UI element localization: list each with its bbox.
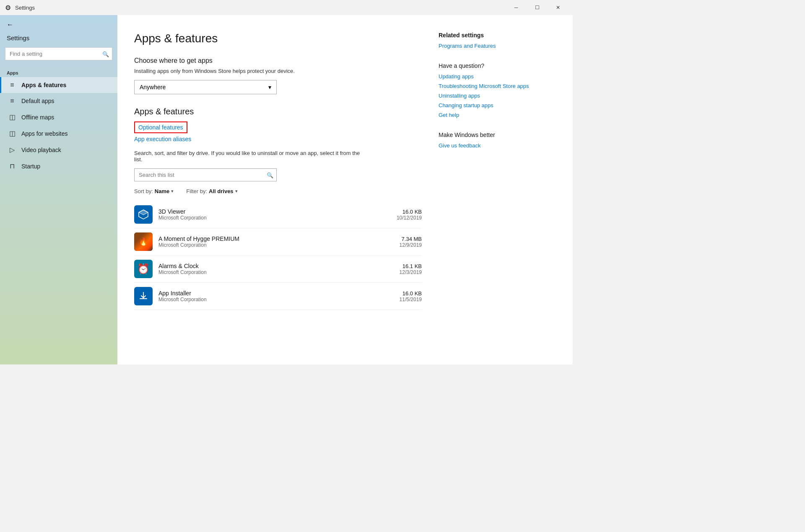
startup-icon: ⊓: [8, 162, 16, 170]
sidebar-item-offline-maps[interactable]: ◫ Offline maps: [0, 109, 117, 125]
app-search-box: 🔍: [134, 168, 277, 181]
sidebar-item-apps-websites[interactable]: ◫ Apps for websites: [0, 125, 117, 142]
sidebar-item-label: Apps & features: [21, 82, 66, 88]
sidebar-item-default-apps[interactable]: ≡ Default apps: [0, 93, 117, 109]
right-panel: Related settings Programs and Features H…: [439, 32, 556, 348]
close-button[interactable]: ✕: [548, 2, 568, 13]
app-date: 10/12/2019: [397, 215, 422, 221]
app-icon-small: ⚙: [5, 4, 11, 12]
have-question-title: Have a question?: [439, 62, 556, 69]
default-apps-icon: ≡: [8, 97, 16, 105]
app-size: 7.34 MB: [400, 236, 422, 242]
apps-source-dropdown[interactable]: Anywhere ▾: [134, 80, 277, 94]
related-settings-section: Related settings Programs and Features: [439, 32, 556, 49]
sort-label: Sort by:: [134, 188, 153, 194]
list-item[interactable]: 🔥 A Moment of Hygge PREMIUM Microsoft Co…: [134, 228, 422, 256]
content-area: Apps & features Choose where to get apps…: [134, 32, 422, 348]
related-settings-title: Related settings: [439, 32, 556, 39]
troubleshooting-link[interactable]: Troubleshooting Microsoft Store apps: [439, 83, 556, 89]
list-item[interactable]: 3D Viewer Microsoft Corporation 16.0 KB …: [134, 201, 422, 228]
app-date: 11/5/2019: [400, 297, 422, 302]
filter-by-control[interactable]: Filter by: All drives ▾: [186, 188, 237, 194]
title-bar-left: ⚙ Settings: [5, 4, 35, 12]
app-size: 16.0 KB: [397, 209, 422, 215]
make-better-title: Make Windows better: [439, 132, 556, 138]
dropdown-chevron-icon: ▾: [268, 84, 271, 90]
dropdown-value: Anywhere: [140, 84, 166, 90]
maximize-button[interactable]: ☐: [527, 2, 547, 13]
uninstalling-link[interactable]: Uninstalling apps: [439, 93, 556, 99]
title-bar: ⚙ Settings ─ ☐ ✕: [0, 0, 573, 15]
sort-value: Name: [155, 188, 169, 194]
sidebar-item-label: Startup: [21, 163, 40, 170]
changing-startup-link[interactable]: Changing startup apps: [439, 102, 556, 108]
app-details: App Installer Microsoft Corporation: [158, 290, 394, 302]
filter-label: Filter by:: [186, 188, 207, 194]
dropdown-container: Anywhere ▾: [134, 80, 422, 94]
page-title: Apps & features: [134, 32, 422, 45]
optional-features-link[interactable]: Optional features: [134, 121, 187, 133]
apps-websites-icon: ◫: [8, 129, 16, 137]
apps-section-title: Apps & features: [134, 107, 422, 116]
sort-chevron-icon: ▾: [171, 189, 174, 194]
app-name: Alarms & Clock: [158, 263, 394, 269]
app-search-icon: 🔍: [267, 172, 273, 178]
title-bar-title: Settings: [15, 5, 35, 11]
title-bar-controls: ─ ☐ ✕: [506, 2, 568, 13]
app-publisher: Microsoft Corporation: [158, 215, 391, 221]
have-question-section: Have a question? Updating apps Troublesh…: [439, 62, 556, 118]
app-name: A Moment of Hygge PREMIUM: [158, 235, 394, 242]
svg-marker-1: [139, 210, 148, 215]
app-publisher: Microsoft Corporation: [158, 297, 394, 302]
app-name: 3D Viewer: [158, 208, 391, 215]
sidebar-item-label: Video playback: [21, 147, 61, 153]
give-feedback-link[interactable]: Give us feedback: [439, 142, 556, 149]
app-execution-link[interactable]: App execution aliases: [134, 136, 422, 142]
sidebar-item-startup[interactable]: ⊓ Startup: [0, 158, 117, 174]
app-icon-installer: [134, 287, 153, 305]
updating-apps-link[interactable]: Updating apps: [439, 73, 556, 80]
sidebar-item-video-playback[interactable]: ▷ Video playback: [0, 142, 117, 158]
app-meta: 16.0 KB 10/12/2019: [397, 209, 422, 221]
sort-by-control[interactable]: Sort by: Name ▾: [134, 188, 174, 194]
app-size: 16.1 KB: [400, 263, 422, 269]
filter-value: All drives: [209, 188, 234, 194]
right-divider-2: [439, 121, 556, 132]
app-search-input[interactable]: [134, 168, 277, 181]
main-content: Apps & features Choose where to get apps…: [117, 15, 573, 364]
sidebar: ← Settings 🔍 Apps ≡ Apps & features ≡ De…: [0, 15, 117, 364]
right-divider-1: [439, 52, 556, 62]
offline-maps-icon: ◫: [8, 113, 16, 121]
back-arrow-icon: ←: [7, 21, 13, 28]
apps-features-section: Apps & features Optional features App ex…: [134, 107, 422, 310]
sidebar-item-label: Default apps: [21, 98, 55, 104]
sidebar-section-label: Apps: [0, 67, 117, 77]
app-date: 12/3/2019: [400, 269, 422, 275]
choose-apps-section: Choose where to get apps Installing apps…: [134, 57, 422, 94]
sidebar-item-label: Apps for websites: [21, 130, 68, 137]
filter-chevron-icon: ▾: [235, 189, 238, 194]
app-details: Alarms & Clock Microsoft Corporation: [158, 263, 394, 275]
app-size: 16.0 KB: [400, 290, 422, 297]
minimize-button[interactable]: ─: [506, 2, 526, 13]
choose-apps-description: Installing apps only from Windows Store …: [134, 68, 422, 74]
programs-features-link[interactable]: Programs and Features: [439, 43, 556, 49]
app-list: 3D Viewer Microsoft Corporation 16.0 KB …: [134, 201, 422, 310]
app-icon-3dviewer: [134, 205, 153, 224]
list-item[interactable]: ⏰ Alarms & Clock Microsoft Corporation 1…: [134, 256, 422, 283]
apps-features-icon: ≡: [8, 81, 16, 89]
get-help-link[interactable]: Get help: [439, 112, 556, 118]
app-meta: 7.34 MB 12/9/2019: [400, 236, 422, 248]
make-better-section: Make Windows better Give us feedback: [439, 132, 556, 149]
back-button[interactable]: ←: [0, 15, 117, 34]
app-container: ← Settings 🔍 Apps ≡ Apps & features ≡ De…: [0, 15, 573, 364]
sidebar-search-input[interactable]: [5, 47, 112, 60]
app-meta: 16.1 KB 12/3/2019: [400, 263, 422, 275]
app-details: 3D Viewer Microsoft Corporation: [158, 208, 391, 221]
fireplace-image: 🔥: [134, 232, 153, 251]
video-playback-icon: ▷: [8, 146, 16, 154]
list-item[interactable]: App Installer Microsoft Corporation 16.0…: [134, 283, 422, 310]
app-details: A Moment of Hygge PREMIUM Microsoft Corp…: [158, 235, 394, 248]
sidebar-item-apps-features[interactable]: ≡ Apps & features: [0, 77, 117, 93]
sidebar-search: 🔍: [5, 47, 112, 60]
